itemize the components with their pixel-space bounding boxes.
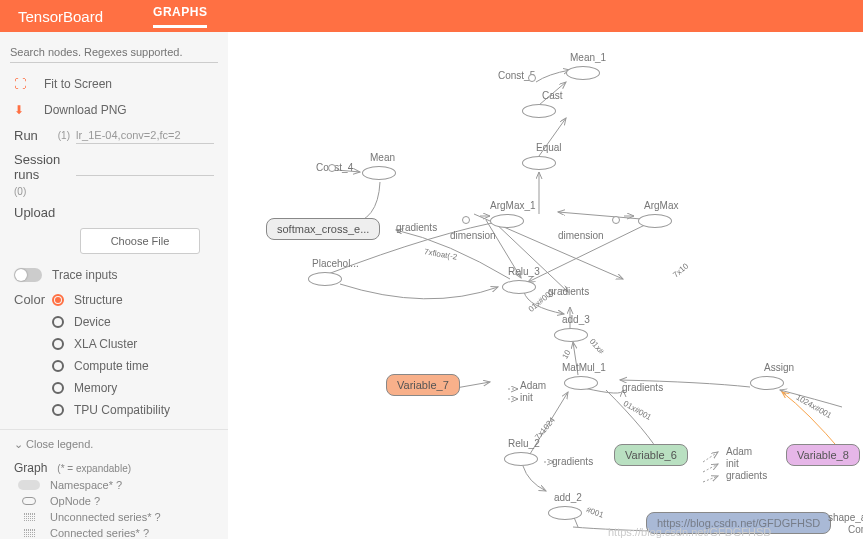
- fit-label: Fit to Screen: [44, 77, 112, 91]
- node-gradients-label-3: gradients: [622, 382, 663, 393]
- node-mean-label: Mean: [370, 152, 395, 163]
- node-argmax[interactable]: [638, 214, 672, 228]
- node-relu2[interactable]: [504, 452, 538, 466]
- expandable-note: (* = expandable): [57, 463, 131, 474]
- node-con-label: Con: [848, 524, 863, 535]
- legend-unconnected: Unconnected series* ?: [50, 511, 161, 523]
- node-init-label-2: init: [726, 458, 739, 469]
- node-gradients-label-5: gradients: [726, 470, 767, 481]
- watermark: https://blog.csdn.net/GFDGFHSD: [608, 526, 771, 538]
- node-const4[interactable]: [328, 164, 336, 172]
- namespace-icon: [18, 480, 40, 490]
- legend-opnode: OpNode ?: [50, 495, 100, 507]
- trace-label: Trace inputs: [52, 268, 118, 282]
- node-variable6[interactable]: Variable_6: [614, 444, 688, 466]
- color-xla: XLA Cluster: [74, 337, 137, 351]
- close-legend-toggle[interactable]: ⌄ Close legend.: [0, 429, 228, 459]
- node-add3-label: add_3: [562, 314, 590, 325]
- session-label: Session runs: [14, 152, 76, 182]
- node-dimension-2-label: dimension: [558, 230, 604, 241]
- radio-structure[interactable]: [52, 294, 64, 306]
- radio-memory[interactable]: [52, 382, 64, 394]
- fit-to-screen-button[interactable]: ⛶ Fit to Screen: [0, 71, 228, 97]
- node-relu3-label: Relu_3: [508, 266, 540, 277]
- radio-compute[interactable]: [52, 360, 64, 372]
- download-png-button[interactable]: ⬇ Download PNG: [0, 97, 228, 123]
- node-add2-label: add_2: [554, 492, 582, 503]
- session-select[interactable]: [76, 159, 214, 176]
- graph-legend-label: Graph: [14, 461, 47, 475]
- session-count: (0): [14, 186, 26, 197]
- node-assign[interactable]: [750, 376, 784, 390]
- sidebar: ⛶ Fit to Screen ⬇ Download PNG Run (1) S…: [0, 32, 228, 539]
- node-adam-label-1: Adam: [520, 380, 546, 391]
- toggle-icon: [14, 268, 42, 282]
- download-label: Download PNG: [44, 103, 127, 117]
- node-relu2-label: Relu_2: [508, 438, 540, 449]
- color-structure: Structure: [74, 293, 123, 307]
- node-argmax1[interactable]: [490, 214, 524, 228]
- unconnected-icon: [24, 513, 35, 521]
- node-softmax[interactable]: softmax_cross_e...: [266, 218, 380, 240]
- app-header: TensorBoard GRAPHS: [0, 0, 863, 32]
- node-assign-label: Assign: [764, 362, 794, 373]
- tab-graphs[interactable]: GRAPHS: [153, 5, 207, 28]
- node-shapeas-label: shape_as_t: [828, 512, 863, 523]
- radio-xla[interactable]: [52, 338, 64, 350]
- opnode-icon: [22, 497, 36, 505]
- node-variable7[interactable]: Variable_7: [386, 374, 460, 396]
- chevron-down-icon: ⌄: [14, 438, 26, 450]
- node-mean1-label: Mean_1: [570, 52, 606, 63]
- run-label: Run: [14, 128, 58, 143]
- connected-icon: [24, 529, 35, 537]
- node-adam-label-2: Adam: [726, 446, 752, 457]
- node-mean[interactable]: [362, 166, 396, 180]
- choose-file-button[interactable]: Choose File: [80, 228, 200, 254]
- download-icon: ⬇: [14, 103, 34, 117]
- graph-canvas[interactable]: Const_5 Mean_1 Cast Equal Const_4 Mean s…: [228, 32, 863, 539]
- color-label: Color: [14, 292, 52, 307]
- node-equal[interactable]: [522, 156, 556, 170]
- radio-device[interactable]: [52, 316, 64, 328]
- node-dimension-1-label: dimension: [450, 230, 496, 241]
- node-mean1[interactable]: [566, 66, 600, 80]
- node-gradients-label-4: gradients: [552, 456, 593, 467]
- node-matmul1-label: MatMul_1: [562, 362, 606, 373]
- trace-inputs-toggle[interactable]: Trace inputs: [0, 262, 228, 288]
- node-init-label-1: init: [520, 392, 533, 403]
- node-const5[interactable]: [528, 74, 536, 82]
- color-tpu: TPU Compatibility: [74, 403, 170, 417]
- legend-namespace: Namespace* ?: [50, 479, 122, 491]
- radio-tpu[interactable]: [52, 404, 64, 416]
- node-dimension-1[interactable]: [462, 216, 470, 224]
- node-gradients-label-1: gradients: [396, 222, 437, 233]
- run-count: (1): [58, 130, 70, 141]
- node-cast-label: Cast: [542, 90, 563, 101]
- run-select[interactable]: [76, 127, 214, 144]
- node-dimension-2[interactable]: [612, 216, 620, 224]
- node-add3[interactable]: [554, 328, 588, 342]
- node-placehol-label: Placehol...: [312, 258, 359, 269]
- legend-connected: Connected series* ?: [50, 527, 149, 539]
- color-memory: Memory: [74, 381, 117, 395]
- node-add2[interactable]: [548, 506, 582, 520]
- node-placehol[interactable]: [308, 272, 342, 286]
- node-argmax1-label: ArgMax_1: [490, 200, 536, 211]
- upload-label: Upload: [14, 205, 62, 220]
- node-argmax-label: ArgMax: [644, 200, 678, 211]
- node-matmul1[interactable]: [564, 376, 598, 390]
- node-variable8[interactable]: Variable_8: [786, 444, 860, 466]
- color-device: Device: [74, 315, 111, 329]
- node-cast[interactable]: [522, 104, 556, 118]
- fit-screen-icon: ⛶: [14, 77, 34, 91]
- brand: TensorBoard: [18, 8, 103, 25]
- color-compute: Compute time: [74, 359, 149, 373]
- node-relu3[interactable]: [502, 280, 536, 294]
- node-equal-label: Equal: [536, 142, 562, 153]
- search-input[interactable]: [10, 42, 218, 63]
